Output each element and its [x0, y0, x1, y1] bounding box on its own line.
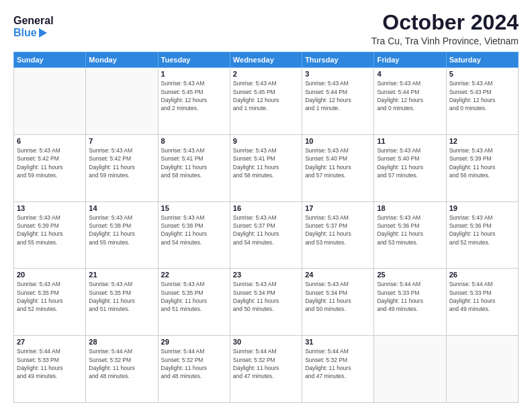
calendar-week-2: 6Sunrise: 5:43 AM Sunset: 5:42 PM Daylig…	[14, 134, 519, 201]
day-number: 17	[305, 204, 371, 212]
logo-blue-row: Blue	[13, 27, 54, 39]
day-info: Sunrise: 5:43 AM Sunset: 5:40 PM Dayligh…	[305, 146, 371, 179]
day-info: Sunrise: 5:44 AM Sunset: 5:32 PM Dayligh…	[89, 347, 154, 380]
calendar-cell	[374, 336, 446, 403]
logo-blue-text: Blue	[13, 27, 37, 39]
calendar-week-5: 27Sunrise: 5:44 AM Sunset: 5:33 PM Dayli…	[14, 336, 519, 403]
day-number: 2	[233, 70, 299, 78]
page: General Blue October 2024 Tra Cu, Tra Vi…	[0, 0, 532, 411]
calendar-cell: 6Sunrise: 5:43 AM Sunset: 5:42 PM Daylig…	[14, 134, 86, 201]
calendar-cell: 21Sunrise: 5:43 AM Sunset: 5:35 PM Dayli…	[86, 269, 158, 336]
location: Tra Cu, Tra Vinh Province, Vietnam	[371, 36, 519, 46]
calendar-cell: 8Sunrise: 5:43 AM Sunset: 5:41 PM Daylig…	[158, 134, 230, 201]
col-header-monday: Monday	[86, 52, 158, 68]
day-info: Sunrise: 5:43 AM Sunset: 5:40 PM Dayligh…	[377, 146, 443, 179]
calendar-cell: 14Sunrise: 5:43 AM Sunset: 5:38 PM Dayli…	[86, 201, 158, 269]
calendar-cell: 26Sunrise: 5:44 AM Sunset: 5:33 PM Dayli…	[446, 269, 518, 336]
title-block: October 2024 Tra Cu, Tra Vinh Province, …	[371, 11, 519, 46]
calendar-cell: 20Sunrise: 5:43 AM Sunset: 5:35 PM Dayli…	[14, 269, 86, 336]
month-title: October 2024	[371, 11, 519, 34]
calendar-cell: 11Sunrise: 5:43 AM Sunset: 5:40 PM Dayli…	[374, 134, 446, 201]
day-number: 16	[233, 204, 299, 212]
day-number: 22	[161, 271, 227, 279]
day-number: 1	[161, 70, 227, 78]
day-info: Sunrise: 5:43 AM Sunset: 5:39 PM Dayligh…	[17, 214, 83, 246]
day-info: Sunrise: 5:44 AM Sunset: 5:33 PM Dayligh…	[17, 347, 83, 380]
calendar-cell: 30Sunrise: 5:44 AM Sunset: 5:32 PM Dayli…	[230, 336, 302, 403]
calendar-cell: 27Sunrise: 5:44 AM Sunset: 5:33 PM Dayli…	[14, 336, 86, 403]
day-number: 8	[161, 137, 227, 145]
calendar-cell: 3Sunrise: 5:43 AM Sunset: 5:44 PM Daylig…	[302, 68, 374, 135]
day-info: Sunrise: 5:44 AM Sunset: 5:32 PM Dayligh…	[161, 347, 227, 380]
calendar-table: SundayMondayTuesdayWednesdayThursdayFrid…	[13, 52, 519, 403]
day-number: 19	[449, 204, 515, 212]
calendar-cell	[86, 68, 158, 135]
day-number: 4	[377, 70, 443, 78]
day-info: Sunrise: 5:43 AM Sunset: 5:35 PM Dayligh…	[161, 280, 227, 313]
day-number: 23	[233, 271, 299, 279]
day-number: 7	[89, 137, 154, 145]
calendar-cell: 7Sunrise: 5:43 AM Sunset: 5:42 PM Daylig…	[86, 134, 158, 201]
day-info: Sunrise: 5:43 AM Sunset: 5:42 PM Dayligh…	[89, 146, 154, 179]
day-number: 10	[305, 137, 371, 145]
day-number: 21	[89, 271, 154, 279]
col-header-saturday: Saturday	[446, 52, 518, 68]
logo: General Blue	[13, 11, 67, 43]
calendar-cell: 22Sunrise: 5:43 AM Sunset: 5:35 PM Dayli…	[158, 269, 230, 336]
day-info: Sunrise: 5:44 AM Sunset: 5:32 PM Dayligh…	[305, 347, 371, 380]
calendar-cell	[446, 336, 518, 403]
day-info: Sunrise: 5:43 AM Sunset: 5:37 PM Dayligh…	[305, 214, 371, 246]
day-info: Sunrise: 5:43 AM Sunset: 5:41 PM Dayligh…	[233, 146, 299, 179]
day-info: Sunrise: 5:43 AM Sunset: 5:45 PM Dayligh…	[233, 79, 299, 112]
logo-general-text: General	[13, 15, 54, 27]
header: General Blue October 2024 Tra Cu, Tra Vi…	[13, 11, 519, 46]
calendar-cell: 5Sunrise: 5:43 AM Sunset: 5:43 PM Daylig…	[446, 68, 518, 135]
calendar-cell: 15Sunrise: 5:43 AM Sunset: 5:38 PM Dayli…	[158, 201, 230, 269]
calendar-cell: 29Sunrise: 5:44 AM Sunset: 5:32 PM Dayli…	[158, 336, 230, 403]
day-number: 24	[305, 271, 371, 279]
day-number: 29	[161, 338, 227, 346]
day-number: 11	[377, 137, 443, 145]
day-info: Sunrise: 5:43 AM Sunset: 5:36 PM Dayligh…	[377, 214, 443, 246]
calendar-cell: 17Sunrise: 5:43 AM Sunset: 5:37 PM Dayli…	[302, 201, 374, 269]
calendar-cell: 28Sunrise: 5:44 AM Sunset: 5:32 PM Dayli…	[86, 336, 158, 403]
day-number: 3	[305, 70, 371, 78]
day-number: 13	[17, 204, 83, 212]
calendar-cell: 25Sunrise: 5:44 AM Sunset: 5:33 PM Dayli…	[374, 269, 446, 336]
day-info: Sunrise: 5:43 AM Sunset: 5:41 PM Dayligh…	[161, 146, 227, 179]
col-header-wednesday: Wednesday	[230, 52, 302, 68]
day-info: Sunrise: 5:44 AM Sunset: 5:33 PM Dayligh…	[377, 280, 443, 313]
calendar-week-4: 20Sunrise: 5:43 AM Sunset: 5:35 PM Dayli…	[14, 269, 519, 336]
day-number: 27	[17, 338, 83, 346]
day-info: Sunrise: 5:44 AM Sunset: 5:33 PM Dayligh…	[449, 280, 515, 313]
col-header-thursday: Thursday	[302, 52, 374, 68]
calendar-cell: 23Sunrise: 5:43 AM Sunset: 5:34 PM Dayli…	[230, 269, 302, 336]
day-number: 20	[17, 271, 83, 279]
calendar-cell: 12Sunrise: 5:43 AM Sunset: 5:39 PM Dayli…	[446, 134, 518, 201]
calendar-week-1: 1Sunrise: 5:43 AM Sunset: 5:45 PM Daylig…	[14, 68, 519, 135]
day-number: 18	[377, 204, 443, 212]
day-number: 31	[305, 338, 371, 346]
day-number: 12	[449, 137, 515, 145]
day-info: Sunrise: 5:43 AM Sunset: 5:35 PM Dayligh…	[89, 280, 154, 313]
calendar-header-row: SundayMondayTuesdayWednesdayThursdayFrid…	[14, 52, 519, 68]
calendar-cell: 1Sunrise: 5:43 AM Sunset: 5:45 PM Daylig…	[158, 68, 230, 135]
day-info: Sunrise: 5:43 AM Sunset: 5:44 PM Dayligh…	[305, 79, 371, 112]
calendar-cell: 9Sunrise: 5:43 AM Sunset: 5:41 PM Daylig…	[230, 134, 302, 201]
day-info: Sunrise: 5:44 AM Sunset: 5:32 PM Dayligh…	[233, 347, 299, 380]
col-header-friday: Friday	[374, 52, 446, 68]
calendar-cell: 4Sunrise: 5:43 AM Sunset: 5:44 PM Daylig…	[374, 68, 446, 135]
calendar-week-3: 13Sunrise: 5:43 AM Sunset: 5:39 PM Dayli…	[14, 201, 519, 269]
calendar-cell: 24Sunrise: 5:43 AM Sunset: 5:34 PM Dayli…	[302, 269, 374, 336]
day-number: 6	[17, 137, 83, 145]
day-number: 15	[161, 204, 227, 212]
calendar-cell: 16Sunrise: 5:43 AM Sunset: 5:37 PM Dayli…	[230, 201, 302, 269]
calendar-cell: 2Sunrise: 5:43 AM Sunset: 5:45 PM Daylig…	[230, 68, 302, 135]
day-info: Sunrise: 5:43 AM Sunset: 5:42 PM Dayligh…	[17, 146, 83, 179]
calendar-cell	[14, 68, 86, 135]
day-number: 26	[449, 271, 515, 279]
day-info: Sunrise: 5:43 AM Sunset: 5:43 PM Dayligh…	[449, 79, 515, 112]
day-info: Sunrise: 5:43 AM Sunset: 5:38 PM Dayligh…	[89, 214, 154, 246]
day-info: Sunrise: 5:43 AM Sunset: 5:38 PM Dayligh…	[161, 214, 227, 246]
calendar-cell: 31Sunrise: 5:44 AM Sunset: 5:32 PM Dayli…	[302, 336, 374, 403]
